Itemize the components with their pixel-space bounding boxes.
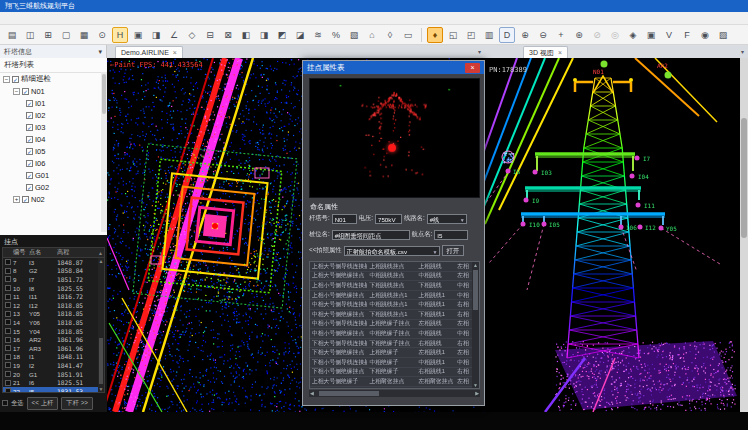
expand-icon[interactable]: + [13,196,20,203]
tab-close-icon[interactable]: × [173,49,177,56]
checkbox-checked[interactable]: ✓ [22,196,29,203]
checkbox-unchecked[interactable] [5,328,11,334]
tablist-dropdown-icon[interactable]: ▾ [741,48,744,55]
tree-node-point[interactable]: ✓ G01 [0,169,107,181]
checkbox-unchecked[interactable] [5,302,11,308]
panel-dropdown-icon[interactable]: ▾ [98,45,102,58]
tablist-dropdown-icon[interactable]: ▾ [478,48,481,55]
points-scrollbar[interactable]: ▲▼ [98,258,104,392]
AR3[interactable]: 17 AR3 1861.96 [3,344,104,353]
snapshot-icon[interactable]: ▣ [130,27,146,43]
expand-icon[interactable]: ◈ [625,27,641,43]
rect-select-icon[interactable]: ▭ [400,27,416,43]
zoom-in-icon[interactable]: ⊕ [517,27,533,43]
checkbox-unchecked[interactable] [5,285,11,291]
I6[interactable]: 21 I6 1825.51 [3,378,104,387]
tree-node-point[interactable]: ✓ I03 [0,121,107,133]
mapping-row[interactable]: 中相小号侧导线连接处 上相绝缘子挂点 左相跳线 左相 [310,320,479,330]
point-preview-canvas[interactable] [309,78,480,198]
I12[interactable]: 12 I12 1818.85 [3,301,104,310]
checkbox-unchecked[interactable] [5,268,11,274]
waypoint-list-icon[interactable]: ▥ [481,27,497,43]
image-export-icon[interactable]: ◫ [22,27,38,43]
Y06[interactable]: 14 Y06 1818.85 [3,318,104,327]
I5[interactable]: 22 I5 1831.53 [3,387,104,393]
mapping-row[interactable]: 上相大号侧导线连接处 上相跳线挂点 上相跳线 左相 [310,262,479,272]
clip-top-icon[interactable]: ◩ [274,27,290,43]
view3d-scrollbar[interactable] [740,58,748,412]
dialog-titlebar[interactable]: 挂点属性表 × [303,61,484,74]
I7[interactable]: 9 I7 1851.72 [3,275,104,284]
pointcloud-3d-view[interactable]: PN:178389 [485,58,748,412]
template-select[interactable]: 正射航拍命名模板.csv ▼ [344,246,440,256]
disable-icon[interactable]: ⊘ [589,27,605,43]
waypoint-input[interactable]: I5 [434,230,468,240]
next-tower-button[interactable]: 下杆 >> [61,397,93,410]
image-edit-icon[interactable]: ⊞ [40,27,56,43]
line-name-select[interactable]: #线 ▼ [427,214,467,224]
fit-view-icon[interactable]: ▢ [58,27,74,43]
tower-mark-icon[interactable]: ♦ [427,27,443,43]
checkbox-checked[interactable]: ✓ [26,136,33,143]
checkbox-checked[interactable]: ✓ [26,148,33,155]
G2[interactable]: 8 G2 1858.84 [3,267,104,276]
collapse-icon[interactable]: − [3,76,10,83]
checkbox-unchecked[interactable] [5,276,11,282]
tower-no-input[interactable]: N01 [332,214,357,224]
classify-icon[interactable]: ≋ [310,27,326,43]
I2[interactable]: 19 I2 1841.47 [3,361,104,370]
site-name-input[interactable]: #组图垂塔间距点 [332,230,410,240]
Y04[interactable]: 15 Y04 1818.85 [3,327,104,336]
I3[interactable]: 7 I3 1848.87 [3,258,104,267]
checkbox-unchecked[interactable] [5,345,11,351]
checkbox-unchecked[interactable] [5,337,11,343]
mapping-row[interactable]: 下相大号侧绝缘挂点 上相绝缘子 左相跳线1 左相 [310,348,479,358]
mapping-row[interactable]: 下相小号侧绝缘挂点 下相绝缘子 右相跳线1 右相 [310,368,479,378]
prev-tower-button[interactable]: << 上杆 [27,397,59,410]
pan-icon[interactable]: ⊙ [94,27,110,43]
mapping-row[interactable]: 中相大号侧导线连接处 中相跳线挂点1 中相跳线1 右相 [310,300,479,310]
checkbox-unchecked[interactable] [5,354,11,360]
tree-node-n01[interactable]: − ✓ N01 [0,85,107,97]
checkbox-unchecked[interactable] [5,259,11,265]
mapping-row[interactable]: 中相大号侧绝缘挂点 下相跳线挂点1 下相跳线1 右相 [310,310,479,320]
orbit-icon[interactable]: ◉ [697,27,713,43]
mapping-row[interactable]: 下相大号侧导线连接处 下相绝缘子挂点 右相跳线 右相 [310,339,479,349]
waypoint-add-icon[interactable]: ◱ [445,27,461,43]
I1[interactable]: 18 I1 1848.11 [3,353,104,362]
I8[interactable]: 10 I8 1825.55 [3,284,104,293]
zoom-out-icon[interactable]: ⊖ [535,27,551,43]
mapping-row[interactable]: 上相小号侧绝缘挂点 上相跳线挂点1 上相跳线1 中相 [310,291,479,301]
waypoint-edit-icon[interactable]: ◰ [463,27,479,43]
select-all-checkbox[interactable] [2,400,8,406]
tree-node-point[interactable]: ✓ I05 [0,145,107,157]
close-icon[interactable]: × [465,63,480,73]
checkbox-checked[interactable]: ✓ [26,112,33,119]
mapping-row[interactable]: 中相小号侧绝缘挂点 中相绝缘子挂点 中相跳线 中相 [310,329,479,339]
mapping-row[interactable]: 上相大号侧绝缘挂点 中相跳线挂点 中相跳线 左相 [310,272,479,282]
draw-mode-icon[interactable]: D [499,27,515,43]
clip-right-icon[interactable]: ◨ [256,27,272,43]
sort-icon[interactable]: ▲ [98,250,103,256]
photo-attr-label[interactable]: <<拍照属性 [309,246,342,255]
collapse-icon[interactable]: − [13,88,20,95]
tree-node-point[interactable]: ✓ I06 [0,157,107,169]
checkbox-checked[interactable]: ✓ [22,88,29,95]
mapping-row[interactable]: 上相大号侧绝缘子 上相耐张挂点 左相耐张挂点 左相 [310,377,479,387]
checkbox-checked[interactable]: ✓ [12,76,19,83]
open-button[interactable]: 打开 [442,245,465,256]
link-points-icon[interactable]: % [328,27,344,43]
checkbox-unchecked[interactable] [5,294,11,300]
checkbox-unchecked[interactable] [5,388,11,393]
checkbox-unchecked[interactable] [5,371,11,377]
box-3d-icon[interactable]: ▨ [715,27,731,43]
image-adjust-icon[interactable]: ◨ [148,27,164,43]
checkbox-checked[interactable]: ✓ [26,160,33,167]
grid-view-icon[interactable]: ▦ [76,27,92,43]
vertical-view-icon[interactable]: V [661,27,677,43]
tree-node-point[interactable]: ✓ I02 [0,109,107,121]
mapping-row[interactable]: 上相小号侧导线连接处 下相跳线挂点 下相跳线 中相 [310,281,479,291]
checkbox-unchecked[interactable] [5,311,11,317]
home-view-icon[interactable]: ⌂ [364,27,380,43]
eraser-icon[interactable]: ◊ [382,27,398,43]
